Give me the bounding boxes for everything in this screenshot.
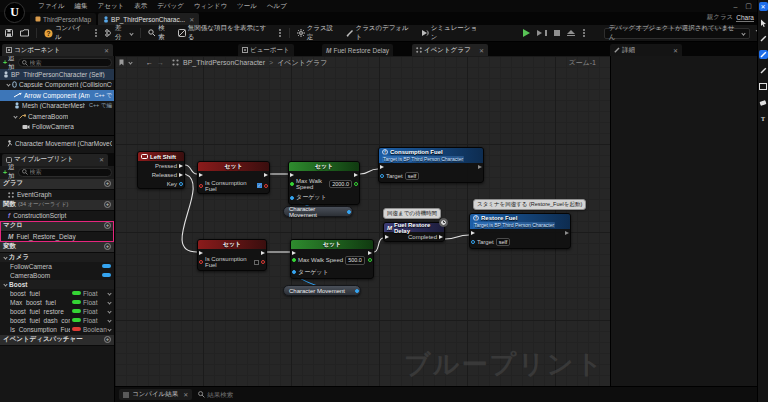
variable-followcamera[interactable]: FollowCamera bbox=[0, 262, 114, 271]
exec-out-pin[interactable] bbox=[179, 173, 183, 177]
node-get-character-movement[interactable]: Character Movement bbox=[283, 206, 353, 217]
menu-help[interactable]: ヘルプ bbox=[267, 2, 287, 11]
exec-out-pin[interactable] bbox=[478, 165, 482, 169]
node-restore-fuel[interactable]: fRestore Fuel Target is BP Third Person … bbox=[469, 213, 571, 249]
bool-checkbox-checked[interactable]: ✓ bbox=[257, 183, 262, 188]
section-functions[interactable]: 関数(34 オーバーライド)+ bbox=[0, 200, 114, 211]
float-value-input[interactable]: 500.0 bbox=[345, 256, 365, 265]
class-settings-button[interactable]: クラス設定 bbox=[295, 23, 341, 43]
save-button[interactable] bbox=[3, 28, 15, 38]
float-in-pin[interactable] bbox=[290, 182, 294, 186]
exec-in-pin[interactable] bbox=[380, 165, 384, 169]
category-camera[interactable]: カメラ bbox=[0, 253, 114, 262]
variable-cameraboom[interactable]: CameraBoom bbox=[0, 271, 114, 280]
exec-in-pin[interactable] bbox=[199, 251, 203, 255]
cursor-icon[interactable] bbox=[759, 18, 768, 27]
node-comment-restore[interactable]: スタミナを回復する (Restore_Fuelを起動) bbox=[473, 199, 586, 210]
section-variables[interactable]: 変数+ bbox=[0, 242, 114, 253]
parent-class-value[interactable]: Chara bbox=[736, 14, 754, 22]
target-in-pin[interactable] bbox=[471, 240, 475, 244]
class-defaults-button[interactable]: クラスのデフォルト bbox=[344, 23, 416, 43]
node-comment-delay[interactable]: 回復までの待機時間 bbox=[383, 208, 441, 219]
node-set-max-walk-speed-2000[interactable]: セット Max Walk Speed2000.0 ターゲット bbox=[288, 161, 360, 205]
nav-forward-icon[interactable]: → bbox=[157, 59, 164, 66]
exec-out-pin[interactable] bbox=[179, 164, 183, 168]
float-out-pin[interactable] bbox=[368, 258, 372, 262]
tab-fuel-restore-delay[interactable]: M Fuel Restore Delay bbox=[322, 44, 393, 56]
tab-details[interactable]: 詳細 ✕ bbox=[610, 44, 682, 56]
expand-arrow-icon[interactable] bbox=[13, 114, 17, 118]
close-icon[interactable]: ✕ bbox=[759, 2, 768, 11]
pen-icon[interactable] bbox=[759, 34, 768, 43]
object-out-pin[interactable] bbox=[347, 210, 351, 214]
tree-row-mesh[interactable]: Mesh (CharacterMesh0) C++ で編 bbox=[0, 101, 114, 112]
add-dispatcher-icon[interactable]: + bbox=[104, 336, 111, 343]
stop-button[interactable] bbox=[552, 29, 562, 37]
tab-viewport[interactable]: ビューポート bbox=[238, 44, 294, 56]
exec-in-pin[interactable] bbox=[385, 235, 389, 239]
hide-unrelated-button[interactable]: 無関係な項目を非表示にする bbox=[176, 23, 273, 43]
node-get-character-movement[interactable]: Character Movement bbox=[283, 285, 361, 296]
target-in-pin[interactable] bbox=[292, 270, 296, 274]
variable-boost-fuel-restore[interactable]: boost_fuel_restoreFloat bbox=[0, 307, 114, 316]
exec-in-pin[interactable] bbox=[471, 231, 475, 235]
browse-asset-button[interactable] bbox=[18, 28, 31, 38]
find-results-field[interactable] bbox=[198, 391, 267, 398]
tree-row-capsule[interactable]: Capsule Component (CollisionCylind bbox=[0, 80, 114, 91]
node-set-is-consumption-fuel-true[interactable]: セット Is Consumption Fuel✓ bbox=[197, 161, 270, 194]
item-constructionscript[interactable]: f ConstructionScript bbox=[0, 211, 114, 221]
play-options-kebab[interactable] bbox=[583, 32, 585, 34]
pen-icon[interactable] bbox=[759, 66, 768, 75]
menu-window[interactable]: ウィンドウ bbox=[194, 2, 227, 11]
bool-out-pin[interactable] bbox=[261, 260, 265, 264]
bool-in-pin[interactable] bbox=[199, 184, 203, 188]
float-value-input[interactable]: 2000.0 bbox=[329, 180, 352, 189]
node-set-is-consumption-fuel-false[interactable]: セット Is Consumption Fuel bbox=[197, 239, 267, 271]
target-in-pin[interactable] bbox=[380, 174, 384, 178]
menu-edit[interactable]: 編集 bbox=[75, 2, 88, 11]
object-out-pin[interactable] bbox=[355, 289, 359, 293]
bool-out-pin[interactable] bbox=[264, 184, 268, 188]
bool-checkbox-unchecked[interactable] bbox=[254, 260, 259, 265]
section-event-dispatchers[interactable]: イベントディスパッチャー+ bbox=[0, 335, 114, 346]
compile-button[interactable]: ? コンパイル bbox=[42, 23, 89, 43]
hide-unrelated-kebab[interactable] bbox=[279, 32, 281, 34]
diff-button[interactable]: 差分 bbox=[103, 23, 135, 43]
compile-results-tab[interactable]: コンパイル結果 ✕ bbox=[119, 389, 192, 400]
simulation-button[interactable]: シミュレーション bbox=[419, 23, 485, 43]
eraser-icon[interactable] bbox=[759, 98, 768, 107]
menu-view[interactable]: 表示 bbox=[134, 2, 147, 11]
tab-components[interactable]: コンポーネント ✕ bbox=[2, 44, 113, 56]
item-fuel-restore-delay[interactable]: M Fuel_Restore_Delay bbox=[0, 232, 114, 242]
eject-button[interactable] bbox=[565, 29, 577, 38]
my-blueprint-search-input[interactable] bbox=[30, 169, 108, 175]
float-in-pin[interactable] bbox=[292, 258, 296, 262]
maximize-button[interactable]: ▢ bbox=[745, 3, 752, 10]
add-function-icon[interactable]: + bbox=[104, 201, 111, 208]
add-macro-icon[interactable]: + bbox=[104, 222, 111, 229]
menu-tools[interactable]: ツール bbox=[237, 2, 257, 11]
chevron-down-icon[interactable] bbox=[128, 60, 132, 64]
debug-object-dropdown[interactable]: デバッグオブジェクトが選択されていません bbox=[604, 28, 750, 39]
chevron-down-icon[interactable] bbox=[107, 300, 111, 304]
exec-in-pin[interactable] bbox=[290, 173, 294, 177]
find-button[interactable]: 検索 bbox=[146, 23, 172, 43]
close-panel-icon[interactable]: ✕ bbox=[104, 47, 109, 54]
completed-out-pin[interactable] bbox=[439, 235, 443, 239]
exec-in-pin[interactable] bbox=[199, 173, 203, 177]
key-output-pin[interactable] bbox=[179, 182, 183, 186]
close-panel-icon[interactable]: ✕ bbox=[479, 47, 484, 54]
text-tool-icon[interactable]: T bbox=[759, 114, 768, 123]
tab-my-blueprint[interactable]: マイブループリント ✕ bbox=[2, 154, 108, 166]
close-tab-icon[interactable]: ✕ bbox=[183, 391, 188, 398]
rectangle-tool-icon[interactable] bbox=[759, 82, 768, 91]
bookmark-icon[interactable] bbox=[119, 59, 124, 66]
compile-options-kebab[interactable] bbox=[95, 32, 97, 34]
node-consumption-fuel[interactable]: fConsumption Fuel Target is BP Third Per… bbox=[378, 147, 484, 183]
bool-in-pin[interactable] bbox=[199, 260, 203, 264]
add-variable-icon[interactable]: + bbox=[104, 243, 111, 250]
minimize-button[interactable]: – bbox=[732, 3, 739, 10]
variable-max-boost-fuel[interactable]: Max_boost_fuelFloat bbox=[0, 298, 114, 307]
exec-out-pin[interactable] bbox=[354, 173, 358, 177]
chevron-down-icon[interactable] bbox=[107, 327, 111, 331]
